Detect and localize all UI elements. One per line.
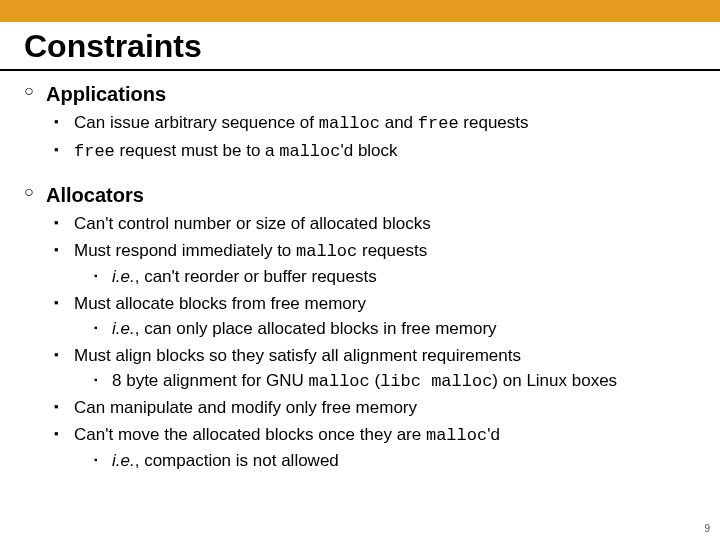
text: request must be to a xyxy=(115,141,279,160)
code: free xyxy=(74,142,115,161)
square-bullet-icon: ▪ xyxy=(54,293,74,341)
text: and xyxy=(380,113,418,132)
small-square-bullet-icon: ▪ xyxy=(94,266,112,289)
top-bar xyxy=(0,0,720,22)
sub-item: ▪ i.e., compaction is not allowed xyxy=(74,450,696,473)
list-item: ▪ Can't control number or size of alloca… xyxy=(46,213,696,236)
sub-item: ▪ 8 byte alignment for GNU malloc (libc … xyxy=(74,370,696,394)
sub-item: ▪ i.e., can only place allocated blocks … xyxy=(74,318,696,341)
sub-item: ▪ i.e., can't reorder or buffer requests xyxy=(74,266,696,289)
section-applications: ○ Applications ▪ Can issue arbitrary seq… xyxy=(24,81,696,164)
text: Can manipulate and modify only free memo… xyxy=(74,398,417,417)
list-item: ▪ Must align blocks so they satisfy all … xyxy=(46,345,696,394)
slide-content: ○ Applications ▪ Can issue arbitrary seq… xyxy=(0,81,720,473)
text: ( xyxy=(370,371,380,390)
text: , can't reorder or buffer requests xyxy=(135,267,377,286)
text: i.e. xyxy=(112,267,135,286)
square-bullet-icon: ▪ xyxy=(54,213,74,236)
text: Must allocate blocks from free memory xyxy=(74,294,366,313)
text: 8 byte alignment for GNU xyxy=(112,371,309,390)
text: Must respond immediately to xyxy=(74,241,296,260)
square-bullet-icon: ▪ xyxy=(54,397,74,420)
list-item: ▪ Must respond immediately to malloc req… xyxy=(46,240,696,289)
small-square-bullet-icon: ▪ xyxy=(94,450,112,473)
text: Can issue arbitrary sequence of xyxy=(74,113,319,132)
text: Must align blocks so they satisfy all al… xyxy=(74,346,521,365)
code: malloc xyxy=(426,426,487,445)
section-heading: Applications xyxy=(46,81,696,108)
code: malloc xyxy=(319,114,380,133)
text: , can only place allocated blocks in fre… xyxy=(135,319,497,338)
text: Can't move the allocated blocks once the… xyxy=(74,425,426,444)
circle-bullet-icon: ○ xyxy=(24,81,46,164)
square-bullet-icon: ▪ xyxy=(54,424,74,473)
text: , compaction is not allowed xyxy=(135,451,339,470)
slide: Constraints ○ Applications ▪ Can issue a… xyxy=(0,0,720,540)
text: ) on Linux boxes xyxy=(492,371,617,390)
square-bullet-icon: ▪ xyxy=(54,112,74,136)
square-bullet-icon: ▪ xyxy=(54,240,74,289)
text: 'd xyxy=(487,425,500,444)
page-number: 9 xyxy=(704,523,710,534)
code: free xyxy=(418,114,459,133)
list-item: ▪ Can issue arbitrary sequence of malloc… xyxy=(46,112,696,136)
text: requests xyxy=(357,241,427,260)
list-item: ▪ free request must be to a malloc'd blo… xyxy=(46,140,696,164)
section-heading: Allocators xyxy=(46,182,696,209)
text: Can't control number or size of allocate… xyxy=(74,214,431,233)
code: libc malloc xyxy=(380,372,492,391)
title-underline xyxy=(0,69,720,71)
text: requests xyxy=(459,113,529,132)
small-square-bullet-icon: ▪ xyxy=(94,370,112,394)
section-allocators: ○ Allocators ▪ Can't control number or s… xyxy=(24,182,696,473)
text: i.e. xyxy=(112,451,135,470)
code: malloc xyxy=(296,242,357,261)
code: malloc xyxy=(309,372,370,391)
small-square-bullet-icon: ▪ xyxy=(94,318,112,341)
list-item: ▪ Can manipulate and modify only free me… xyxy=(46,397,696,420)
square-bullet-icon: ▪ xyxy=(54,140,74,164)
text: 'd block xyxy=(340,141,397,160)
code: malloc xyxy=(279,142,340,161)
circle-bullet-icon: ○ xyxy=(24,182,46,473)
text: i.e. xyxy=(112,319,135,338)
slide-title: Constraints xyxy=(0,22,720,69)
list-item: ▪ Must allocate blocks from free memory … xyxy=(46,293,696,341)
list-item: ▪ Can't move the allocated blocks once t… xyxy=(46,424,696,473)
square-bullet-icon: ▪ xyxy=(54,345,74,394)
